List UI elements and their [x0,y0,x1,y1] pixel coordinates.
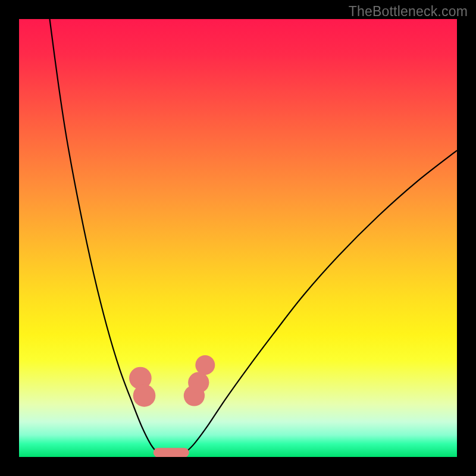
bottom-segment [154,448,189,457]
plot-area [19,19,457,457]
right-curve [186,151,457,453]
watermark-text: TheBottleneck.com [349,4,468,20]
data-marker [195,355,215,375]
marker-group [129,355,215,407]
outer-frame: TheBottleneck.com [0,0,476,476]
data-marker [188,372,209,393]
data-marker [133,384,156,407]
chart-svg [19,19,457,457]
